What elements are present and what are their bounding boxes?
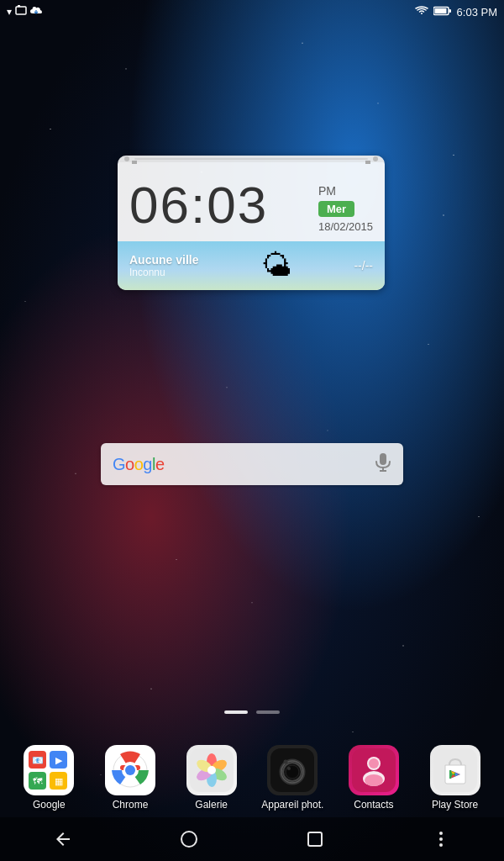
svg-point-24 <box>125 765 135 775</box>
svg-point-38 <box>287 767 291 770</box>
app-google-icon: 📧 ▶ 🗺 ▦ <box>24 745 74 795</box>
app-galerie[interactable]: Galerie <box>178 745 245 811</box>
weather-temp: --/-- <box>354 259 373 272</box>
svg-text:🗺: 🗺 <box>33 776 43 786</box>
clock-ampm: PM <box>318 184 336 198</box>
page-dot-1 <box>224 710 248 714</box>
background <box>0 0 504 861</box>
nav-recents-button[interactable] <box>290 822 340 856</box>
battery-icon <box>433 4 452 19</box>
app-google-label: Google <box>33 799 66 811</box>
svg-rect-6 <box>380 453 386 465</box>
navigation-bar <box>0 817 504 861</box>
svg-text:▶: ▶ <box>55 755 63 765</box>
status-bar: ▾ <box>0 0 504 24</box>
svg-text:▦: ▦ <box>55 776 63 786</box>
weather-sun-icon: 🌤 <box>261 248 291 283</box>
app-galerie-icon <box>186 745 237 795</box>
more-dots <box>439 832 443 847</box>
app-contacts[interactable]: Contacts <box>340 745 407 811</box>
nav-back-button[interactable] <box>38 822 88 856</box>
page-indicators <box>224 710 280 714</box>
svg-point-45 <box>365 774 383 786</box>
svg-point-44 <box>369 758 379 769</box>
statusbar-right: 6:03 PM <box>415 4 497 19</box>
notification-icon: ▾ <box>7 6 12 18</box>
app-contacts-label: Contacts <box>354 799 393 811</box>
app-playstore-icon <box>430 745 480 795</box>
app-chrome[interactable]: Chrome <box>97 745 164 811</box>
day-badge: Mer <box>318 201 354 217</box>
svg-rect-4 <box>434 8 446 13</box>
statusbar-left: ▾ <box>7 5 44 19</box>
app-google[interactable]: 📧 ▶ 🗺 ▦ Google <box>15 745 82 811</box>
mic-icon[interactable] <box>375 452 391 477</box>
cloud-icon <box>30 6 44 18</box>
clock-top: 06:03 PM Mer 18/02/2015 <box>118 162 385 241</box>
svg-point-40 <box>284 760 288 764</box>
wifi-icon <box>415 4 428 19</box>
app-camera[interactable]: Appareil phot. <box>259 745 326 811</box>
svg-point-54 <box>181 832 197 847</box>
svg-point-32 <box>207 766 216 774</box>
weather-status: Inconnu <box>129 267 198 278</box>
app-camera-label: Appareil phot. <box>261 799 323 811</box>
svg-rect-5 <box>449 9 451 13</box>
app-camera-icon <box>267 745 318 795</box>
svg-rect-55 <box>308 832 322 846</box>
app-chrome-label: Chrome <box>113 799 149 811</box>
page-dot-2 <box>256 710 280 714</box>
clock-weather: Aucune ville Inconnu 🌤 --/-- <box>118 241 385 290</box>
svg-text:📧: 📧 <box>32 754 44 766</box>
svg-rect-0 <box>16 7 26 14</box>
weather-info: Aucune ville Inconnu <box>129 253 198 278</box>
nav-home-button[interactable] <box>164 822 214 856</box>
app-chrome-icon <box>105 745 155 795</box>
nav-more-button[interactable] <box>416 822 466 856</box>
clock-time: 06:03 <box>129 179 268 231</box>
google-logo: Google <box>113 455 165 474</box>
weather-city: Aucune ville <box>129 253 198 267</box>
search-bar[interactable]: Google <box>101 443 403 485</box>
app-galerie-label: Galerie <box>195 799 228 811</box>
svg-rect-1 <box>18 5 20 7</box>
app-dock: 📧 ▶ 🗺 ▦ Google <box>0 737 504 815</box>
clock-meta: PM Mer 18/02/2015 <box>318 184 373 233</box>
screenshot-icon <box>15 5 27 19</box>
app-contacts-icon <box>349 745 399 795</box>
clock-widget[interactable]: 06:03 PM Mer 18/02/2015 Aucune ville Inc… <box>118 156 385 290</box>
app-playstore-label: Play Store <box>432 799 478 811</box>
status-time: 6:03 PM <box>457 6 497 18</box>
app-playstore[interactable]: Play Store <box>422 745 489 811</box>
clock-date: 18/02/2015 <box>318 220 373 233</box>
